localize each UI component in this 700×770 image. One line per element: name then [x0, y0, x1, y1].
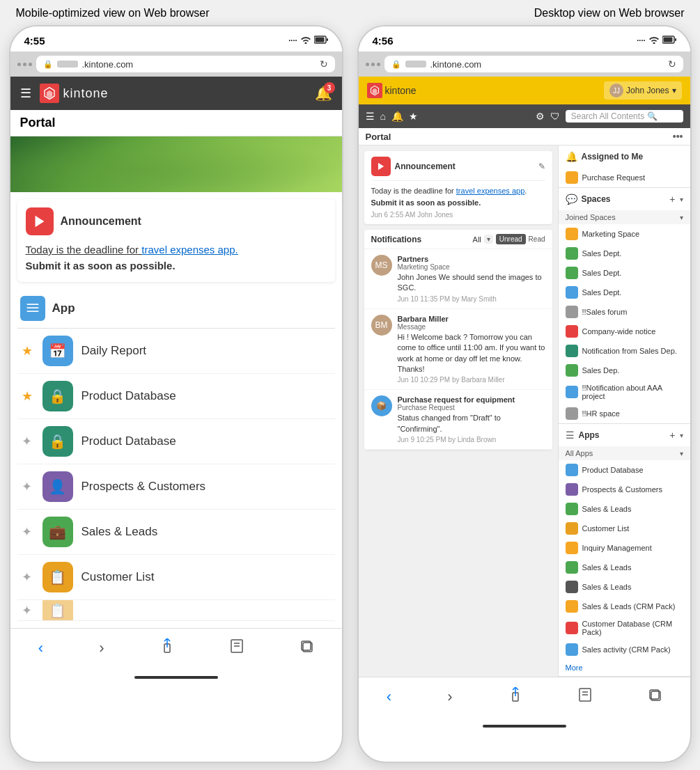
filter-all[interactable]: All	[473, 235, 481, 244]
d-ann-edit-icon[interactable]: ✎	[538, 162, 545, 171]
sidebar-item[interactable]: Marketing Space	[559, 224, 690, 244]
star-icon-outline[interactable]: ✦	[20, 603, 34, 618]
share-btn[interactable]	[499, 684, 532, 709]
d-notif-filter: All ▾ Unread Read	[473, 234, 545, 244]
sidebar-item[interactable]: !!Sales forum	[559, 302, 690, 322]
forward-btn[interactable]: ›	[89, 636, 114, 660]
sidebar-item[interactable]: Sales & Leads	[559, 577, 690, 597]
notif-sender: Partners	[398, 255, 545, 263]
app-item[interactable]: ✦ 📋 Customer List	[17, 555, 335, 600]
app-item[interactable]: ✦ 📋	[17, 600, 335, 621]
app-section-title: App	[52, 301, 75, 315]
search-bar[interactable]: Search All Contents 🔍	[566, 110, 683, 123]
spaces-title: Spaces	[582, 194, 666, 204]
assigned-header[interactable]: 🔔 Assigned to Me	[559, 146, 690, 168]
notification-item[interactable]: BM Barbara Miller Message Hi ! Welcome b…	[364, 309, 552, 391]
app-item[interactable]: ✦ 🔒 Product Database	[17, 419, 335, 464]
d-ann-link[interactable]: travel expenses app	[456, 187, 524, 195]
spaces-add-icon[interactable]: +	[669, 194, 675, 205]
share-btn[interactable]	[150, 636, 184, 661]
desktop-kintone-logo[interactable]: kintone	[367, 83, 417, 98]
sidebar-item[interactable]: Prospects & Customers	[559, 480, 690, 499]
star-icon-outline[interactable]: ✦	[20, 569, 34, 585]
user-button[interactable]: JJ John Jones ▾	[604, 81, 681, 100]
sidebar-item[interactable]: !!Notification about AAA project	[559, 380, 690, 404]
app-item[interactable]: ✦ 💼 Sales & Leads	[17, 510, 335, 555]
sidebar-item[interactable]: Company-wide notice	[559, 322, 690, 341]
refresh-icon[interactable]: ↻	[668, 58, 676, 70]
apps-chevron-icon[interactable]: ▾	[680, 432, 683, 439]
sidebar-assigned: 🔔 Assigned to Me Purchase Request	[559, 146, 690, 188]
spaces-header[interactable]: 💬 Spaces + ▾	[559, 188, 690, 210]
app-item[interactable]: ★ 🔒 Product Database	[17, 374, 335, 419]
notification-bell[interactable]: 🔔 3	[315, 85, 332, 102]
app-item[interactable]: ✦ 👤 Prospects & Customers	[17, 464, 335, 510]
svg-marker-6	[35, 216, 44, 228]
sidebar-item[interactable]: Sales activity (CRM Pack)	[559, 640, 690, 659]
sidebar-item[interactable]: Sales Dept.	[559, 244, 690, 263]
bookmarks-btn[interactable]	[220, 636, 254, 661]
sidebar-item[interactable]: Customer List	[559, 519, 690, 538]
sidebar-item[interactable]: Sales Dept.	[559, 263, 690, 283]
back-btn[interactable]: ‹	[377, 685, 401, 709]
sidebar-item[interactable]: Product Database	[559, 460, 690, 480]
admin-icon[interactable]: 🛡	[550, 111, 560, 122]
settings-icon[interactable]: ⚙	[536, 111, 545, 122]
more-link[interactable]: More	[559, 659, 690, 676]
back-btn[interactable]: ‹	[29, 636, 53, 660]
star-icon-filled[interactable]: ★	[20, 388, 34, 404]
spaces-chevron-icon[interactable]: ▾	[680, 196, 683, 203]
hamburger-icon[interactable]: ☰	[20, 86, 31, 101]
sidebar-item[interactable]: Notification from Sales Dep.	[559, 341, 690, 361]
sidebar-item-label: Marketing Space	[582, 230, 640, 238]
more-options-icon[interactable]: •••	[673, 131, 683, 142]
assigned-title: Assigned to Me	[582, 152, 683, 162]
apps-icon: ☰	[566, 430, 575, 441]
d-ann-icon	[371, 157, 391, 176]
hamburger-icon[interactable]: ☰	[366, 111, 375, 122]
tabs-btn[interactable]	[290, 636, 323, 660]
bookmarks-btn[interactable]	[568, 684, 602, 709]
refresh-icon[interactable]: ↻	[320, 58, 328, 70]
home-icon[interactable]: ⌂	[380, 111, 386, 122]
sidebar-item[interactable]: Sales Dep.	[559, 361, 690, 380]
announcement-link[interactable]: travel expenses app.	[141, 244, 238, 256]
item-dot	[566, 286, 578, 299]
star-icon-outline[interactable]: ✦	[20, 434, 34, 449]
desktop-announcement[interactable]: Announcement ✎ Today is the deadline for…	[364, 151, 552, 224]
sidebar-item[interactable]: Inquiry Management	[559, 538, 690, 558]
sidebar-item[interactable]: Sales Dept.	[559, 283, 690, 302]
apps-sub-header: All Apps ▾	[559, 446, 690, 460]
filter-unread[interactable]: Unread	[496, 234, 526, 244]
star-icon-outline[interactable]: ✦	[20, 479, 34, 494]
notification-item[interactable]: MS Partners Marketing Space John Jones W…	[364, 249, 552, 309]
mobile-url-bar[interactable]: 🔒 .kintone.com ↻	[36, 56, 335, 72]
spaces-sub-dropdown-icon[interactable]: ▾	[680, 214, 683, 221]
app-item-name: Sales & Leads	[81, 525, 158, 539]
star-icon-outline[interactable]: ✦	[20, 524, 34, 540]
svg-rect-18	[675, 38, 676, 41]
app-item[interactable]: ★ 📅 Daily Report	[17, 329, 335, 374]
favorites-icon[interactable]: ★	[409, 111, 418, 122]
forward-btn[interactable]: ›	[437, 685, 462, 709]
sidebar-item[interactable]: Sales & Leads (CRM Pack)	[559, 597, 690, 616]
tabs-btn[interactable]	[638, 685, 671, 709]
sidebar-item[interactable]: Sales & Leads	[559, 558, 690, 577]
desktop-url-bar[interactable]: 🔒 .kintone.com ↻	[384, 56, 683, 72]
portal-title: Portal	[10, 110, 342, 136]
sidebar-item[interactable]: Purchase Request	[559, 168, 690, 187]
filter-read[interactable]: Read	[529, 235, 545, 243]
apps-add-icon[interactable]: +	[669, 430, 675, 441]
activity-icon[interactable]: 🔔	[391, 111, 403, 122]
filter-dropdown[interactable]: ▾	[484, 235, 493, 244]
kintone-logo[interactable]: kintone	[40, 84, 109, 103]
star-icon-filled[interactable]: ★	[20, 343, 34, 359]
desktop-notifications: Notifications All ▾ Unread Read MS Partn…	[364, 230, 552, 450]
apps-header[interactable]: ☰ Apps + ▾	[559, 424, 690, 446]
sidebar-item[interactable]: !!HR space	[559, 404, 690, 423]
sidebar-item[interactable]: Customer Database (CRM Pack)	[559, 616, 690, 640]
sidebar-item[interactable]: Sales & Leads	[559, 499, 690, 519]
notification-item[interactable]: 📦 Purchase request for equipment Purchas…	[364, 390, 552, 450]
announcement-card[interactable]: Announcement Today is the deadline for t…	[17, 199, 335, 282]
apps-sub-dropdown-icon[interactable]: ▾	[680, 450, 683, 457]
